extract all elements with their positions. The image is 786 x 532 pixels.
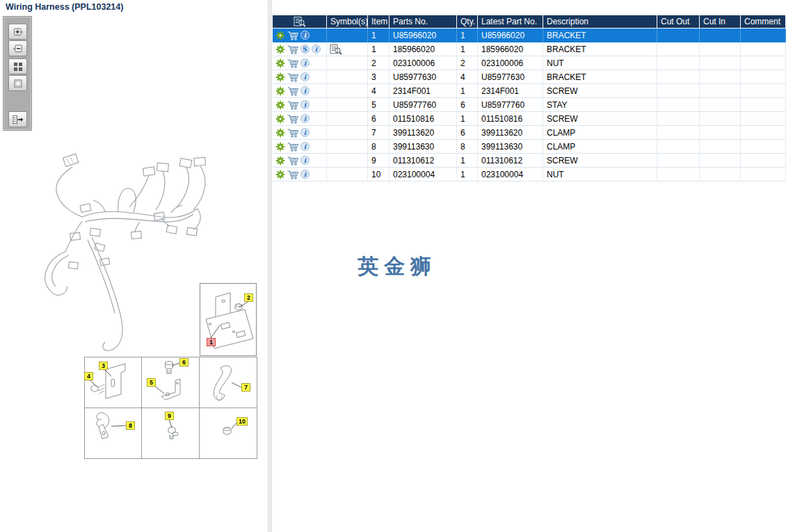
cart-icon[interactable] <box>287 128 298 138</box>
table-row[interactable]: i60115108161011510816SCREW <box>273 112 786 126</box>
cell-description: BRACKET <box>543 29 657 42</box>
gear-icon[interactable] <box>275 31 285 40</box>
gear-icon[interactable] <box>275 45 285 54</box>
cart-icon[interactable] <box>287 86 298 96</box>
column-header-parts-no-: Parts No. <box>390 15 457 29</box>
symbol-cell[interactable] <box>327 42 368 56</box>
parts-table: Symbol(s)ItemParts No.Qty.Latest Part No… <box>273 15 786 182</box>
info-icon[interactable]: i <box>300 156 310 165</box>
cell-parts-no: 023100004 <box>390 168 457 182</box>
table-row[interactable]: i5U859777606U85977760STAY <box>273 98 786 112</box>
gear-icon[interactable] <box>275 114 285 124</box>
cell-parts-no: 399113630 <box>390 140 457 154</box>
table-row[interactable]: i83991136308399113630CLAMP <box>273 140 786 154</box>
info-icon[interactable]: i <box>300 72 310 81</box>
thumbnail-item-10[interactable] <box>200 408 257 459</box>
symbol-book-icon[interactable] <box>330 44 342 55</box>
info-icon[interactable]: i <box>300 86 310 95</box>
info-icon[interactable]: i <box>300 128 310 137</box>
gear-icon[interactable] <box>275 72 285 82</box>
gear-icon[interactable] <box>275 100 285 110</box>
cart-icon[interactable] <box>287 114 298 124</box>
cell-item: 2 <box>368 56 390 70</box>
cart-icon[interactable] <box>287 100 298 110</box>
gear-icon[interactable] <box>275 170 285 179</box>
cart-icon[interactable] <box>287 31 298 40</box>
info-icon[interactable]: i <box>300 170 310 179</box>
column-header-cut-out: Cut Out <box>657 15 700 29</box>
cell-comment <box>741 112 786 126</box>
cell-item: 8 <box>368 140 390 154</box>
cell-description: CLAMP <box>543 140 657 154</box>
cell-cut-out <box>657 112 700 126</box>
fit-view-button[interactable] <box>8 75 27 91</box>
callout-7[interactable]: 7 <box>241 383 250 392</box>
cart-icon[interactable] <box>287 58 298 68</box>
cell-comment <box>741 56 786 70</box>
cell-description: NUT <box>543 56 657 70</box>
gear-icon[interactable] <box>275 58 285 68</box>
cart-icon[interactable] <box>287 45 298 54</box>
info-icon[interactable]: i <box>312 45 321 54</box>
cell-description: SCREW <box>543 112 657 126</box>
table-row[interactable]: i100231000041023100004NUT <box>273 168 786 182</box>
table-row[interactable]: i90113106121011310612SCREW <box>273 154 786 168</box>
cell-parts-no: 011310612 <box>390 154 457 168</box>
cell-latest-part_no: 011510816 <box>478 112 543 126</box>
table-row[interactable]: i1U859660201U85966020BRACKET <box>273 29 786 42</box>
row-actions-cell: i <box>273 168 327 182</box>
cell-qty: 1 <box>457 42 478 56</box>
callout-2[interactable]: 2 <box>244 293 253 302</box>
cell-parts-no: U85966020 <box>390 29 457 42</box>
cell-cut-in <box>700 29 741 42</box>
cell-qty: 8 <box>457 140 478 154</box>
cart-icon[interactable] <box>287 170 298 179</box>
info-icon[interactable]: i <box>300 114 310 123</box>
cell-cut-in <box>700 42 741 56</box>
cell-item: 3 <box>368 70 390 84</box>
table-row[interactable]: Si11859660201185966020BRACKET <box>273 42 786 56</box>
gear-icon[interactable] <box>275 142 285 152</box>
cell-description: STAY <box>543 98 657 112</box>
callout-8[interactable]: 8 <box>126 421 135 430</box>
callout-4[interactable]: 4 <box>84 372 93 380</box>
info-icon[interactable]: i <box>300 31 310 40</box>
info-icon[interactable]: i <box>300 58 310 67</box>
part-thumbnail-grid <box>84 357 257 459</box>
thumbnail-item-3-4[interactable] <box>85 357 142 408</box>
s-badge-icon[interactable]: S <box>300 45 310 54</box>
callout-3[interactable]: 3 <box>99 362 108 370</box>
callout-6[interactable]: 6 <box>179 358 189 366</box>
zoom-out-button[interactable] <box>8 40 27 56</box>
cell-cut-out <box>657 56 700 70</box>
fit-view-icon <box>13 79 23 88</box>
row-actions-cell: i <box>273 140 327 154</box>
gear-icon[interactable] <box>275 156 285 166</box>
toggle-panel-button[interactable] <box>8 111 27 127</box>
cart-icon[interactable] <box>287 72 298 82</box>
cart-icon[interactable] <box>287 142 298 152</box>
info-icon[interactable]: i <box>300 142 310 151</box>
callout-10[interactable]: 10 <box>236 417 248 426</box>
thumbnail-item-8[interactable] <box>85 408 142 459</box>
cell-latest-part_no: 399113630 <box>478 140 543 154</box>
toggle-panel-icon <box>13 115 24 124</box>
cart-icon[interactable] <box>287 156 298 166</box>
cell-cut-out <box>657 98 700 112</box>
zoom-in-button[interactable] <box>8 24 27 40</box>
tile-view-button[interactable] <box>8 58 27 74</box>
callout-1[interactable]: 1 <box>207 338 216 346</box>
table-row[interactable]: i42314F00112314F001SCREW <box>273 84 786 98</box>
info-icon[interactable]: i <box>300 100 310 109</box>
pane-divider[interactable] <box>268 0 272 532</box>
table-row[interactable]: i73991136206399113620CLAMP <box>273 126 786 140</box>
cell-latest-part_no: 011310612 <box>478 154 543 168</box>
callout-9[interactable]: 9 <box>165 412 174 420</box>
table-row[interactable]: i20231000062023100006NUT <box>273 56 786 70</box>
column-header-cut-in: Cut In <box>700 15 741 29</box>
callout-5[interactable]: 5 <box>147 378 156 387</box>
cell-item: 6 <box>368 112 390 126</box>
gear-icon[interactable] <box>275 86 285 96</box>
gear-icon[interactable] <box>275 128 285 138</box>
table-row[interactable]: i3U859776304U85977630BRACKET <box>273 70 786 84</box>
